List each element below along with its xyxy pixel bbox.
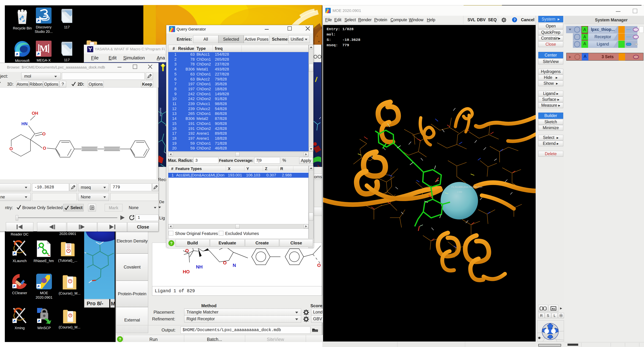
svg-text:F1:Acc&ML|Don Acc&ML|Don: F1:Acc&ML|Don Acc&ML|Don	[452, 186, 482, 188]
svg-text:HN: HN	[22, 121, 28, 126]
svg-text:NH: NH	[196, 264, 203, 270]
svg-text:O: O	[42, 132, 46, 136]
svg-text:O: O	[185, 248, 189, 253]
svg-text:M: M	[111, 301, 115, 306]
svg-text:O: O	[43, 146, 46, 151]
svg-text:O: O	[223, 260, 226, 265]
svg-text:HO: HO	[183, 269, 190, 274]
svg-text:2.988: 2.988	[457, 191, 462, 193]
svg-text:?: ?	[514, 18, 516, 22]
svg-text:O: O	[10, 146, 13, 151]
svg-text:?: ?	[119, 337, 121, 341]
svg-text:?: ?	[170, 241, 172, 245]
svg-text:O: O	[317, 263, 321, 268]
svg-text:Pro 8/-: Pro 8/-	[87, 300, 103, 306]
svg-text:N: N	[233, 263, 236, 268]
svg-text:OH: OH	[32, 111, 38, 116]
